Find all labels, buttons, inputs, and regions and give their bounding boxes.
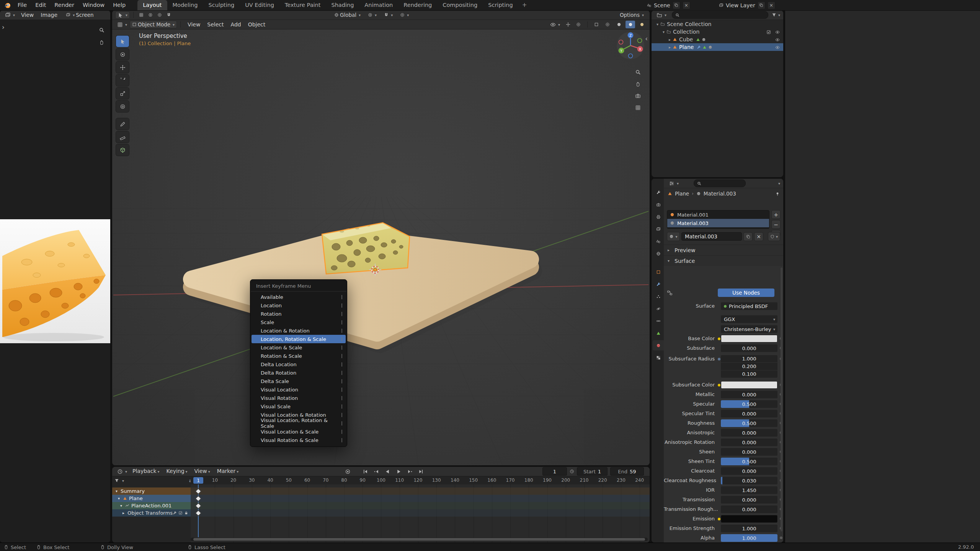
viewport-ortho-button[interactable] [633,103,643,112]
properties-tab-object-data[interactable] [653,328,664,338]
sidebar-expand-icon[interactable]: › [2,23,5,31]
topbar-menu-file[interactable]: File [13,0,31,10]
workspace-tab-uv-editing[interactable]: UV Editing [240,0,279,10]
hide-eye-toggle[interactable] [775,36,780,42]
image-editor-canvas[interactable]: › [0,20,110,543]
surface-shader-dropdown[interactable]: Principled BSDF [721,302,777,310]
keyframe-menu-item-delta-rotation[interactable]: Delta Rotation [252,368,346,377]
editor-type-button[interactable]: ▾ [3,12,17,18]
roughness-slider[interactable]: 0.500 [721,419,777,427]
subsurface-radius-field-0[interactable]: 1.000 [721,355,777,362]
blender-logo-icon[interactable] [4,2,11,9]
frame-ruler[interactable]: 1020304050607080901001101201301401501601… [191,476,650,485]
distribution-dropdown[interactable]: GGX▾ [721,315,777,323]
view-layer-selector[interactable]: View Layer × [719,2,775,9]
base-color-color-swatch[interactable] [721,335,777,342]
jump-to-start-button[interactable] [361,468,369,475]
pin-icon[interactable] [775,191,780,197]
sidebar-collapse-icon[interactable]: ‹ [645,35,648,42]
properties-tab-physics[interactable] [653,303,664,314]
annotate-tool[interactable] [116,118,129,130]
show-gizmo-button[interactable] [564,22,572,27]
viewport-menu-view[interactable]: View [184,20,204,29]
viewport-menu-select[interactable]: Select [204,20,227,29]
preview-section-header[interactable]: ▸ Preview [664,245,783,255]
transmission-rough-field[interactable]: 0.000 [721,505,777,513]
new-view-layer-button[interactable] [758,2,765,9]
topbar-menu-window[interactable]: Window [78,0,109,10]
orientation-dropdown[interactable]: Global▾ [332,11,363,18]
use-nodes-button[interactable]: Use Nodes [718,289,774,297]
start-frame-field[interactable]: Start1 [577,467,608,476]
visibility-dropdown[interactable]: ▾ [548,21,562,28]
material-name-field[interactable]: Material.003 [681,232,742,241]
scene-selector[interactable]: Scene × [647,2,690,9]
breadcrumb-object[interactable]: Plane [675,191,689,197]
pivot-point-dropdown[interactable]: ▾ [366,12,379,18]
keyframe-region[interactable] [191,484,650,543]
exclude-checkbox[interactable] [766,29,771,35]
channel-object-transforms[interactable]: ▸Object Transforms [112,509,191,517]
transform-tool[interactable] [116,101,129,112]
show-overlays-button[interactable] [574,22,583,27]
sheen-tint-slider[interactable]: 0.500 [721,458,777,465]
properties-tab-constraints[interactable] [653,316,664,326]
mode-dropdown[interactable]: Object Mode▾ [130,21,177,28]
end-frame-field[interactable]: End59 [610,467,644,476]
viewport-camera-button[interactable] [633,91,643,101]
properties-tab-scene[interactable] [653,236,664,246]
move-tool[interactable] [116,62,129,73]
new-scene-button[interactable] [673,2,680,9]
expand-arrow-icon[interactable]: ▾ [661,30,666,34]
add-slot-button[interactable]: + [771,210,781,219]
channel-plane[interactable]: ▾Plane [112,495,191,502]
scale-tool[interactable] [116,88,129,99]
emission-color-swatch[interactable] [721,515,777,523]
timeline-menu-view[interactable]: View▾ [191,467,214,476]
properties-tab-view-layer[interactable] [653,224,664,234]
play-button[interactable] [394,468,403,475]
channel-planeaction-001[interactable]: ▾PlaneAction.001 [112,502,191,509]
keyframe-menu-item-location-rotation[interactable]: Location & Rotation [252,326,346,335]
browse-material-button[interactable]: ▾ [667,232,680,241]
editor-type-button[interactable]: ▾ [655,12,668,18]
play-reverse-button[interactable] [383,468,392,475]
timeline-scrollbar[interactable] [191,538,648,541]
keyframe-menu-item-rotation-scale[interactable]: Rotation & Scale [252,352,346,360]
outliner-item-scene-collection[interactable]: ▾Scene Collection [652,20,783,28]
navigation-gizmo[interactable]: Z X Y [616,31,645,60]
subsurface-method-dropdown[interactable]: Christensen-Burley▾ [721,325,777,333]
expand-arrow-icon[interactable]: ▸ [121,511,126,515]
workspace-tab-modeling[interactable]: Modeling [167,0,203,10]
expand-arrow-icon[interactable]: ▾ [119,504,123,508]
timeline-menu-keying[interactable]: Keying▾ [163,467,191,476]
toggle-origin-button[interactable] [146,12,155,18]
workspace-tab-sculpting[interactable]: Sculpting [203,0,240,10]
hide-eye-toggle[interactable] [775,29,780,35]
toggle-proportional-button[interactable] [155,12,164,18]
specular-tint-field[interactable]: 0.000 [721,410,777,417]
expand-arrow-icon[interactable]: ▾ [655,22,660,26]
viewport-zoom-button[interactable] [633,67,643,77]
decorator-dot[interactable] [780,536,782,539]
pan-tool-button[interactable] [96,37,106,47]
expand-arrow-icon[interactable]: ▸ [667,37,673,42]
channel-toggles[interactable] [173,511,188,515]
anisotropic-field[interactable]: 0.000 [721,429,777,437]
chevron-down-icon[interactable]: ▾ [778,181,780,186]
add-workspace-button[interactable]: + [518,0,531,10]
transmission-field[interactable]: 0.000 [721,496,777,504]
workspace-tab-layout[interactable]: Layout [137,0,167,10]
viewport-pan-button[interactable] [633,79,643,89]
unlink-scene-button[interactable]: × [683,2,690,9]
keyframe-menu-item-delta-scale[interactable]: Delta Scale [252,377,346,385]
workspace-tab-animation[interactable]: Animation [359,0,398,10]
shading-material-button[interactable] [626,21,635,28]
workspace-tab-rendering[interactable]: Rendering [398,0,437,10]
material-slot-material-001[interactable]: Material.001 [667,210,769,219]
subsurface-radius-field-2[interactable]: 0.100 [721,370,777,378]
timeline-menu-playback[interactable]: Playback▾ [129,467,163,476]
outliner-search-input[interactable] [672,11,768,19]
editor-type-button[interactable]: ▾ [115,21,129,28]
active-tool-button[interactable]: ▾ [115,11,130,19]
